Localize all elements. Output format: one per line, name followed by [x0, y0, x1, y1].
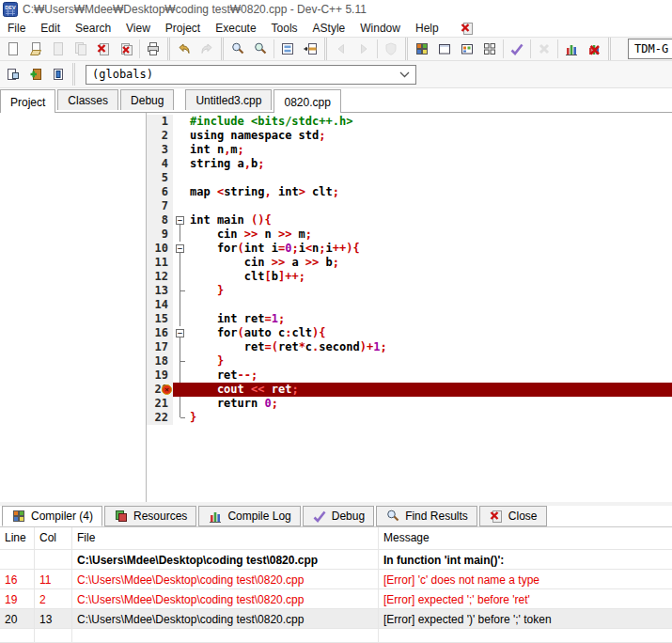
menu-item-project[interactable]: Project — [158, 20, 208, 37]
code-token: --; — [238, 369, 258, 382]
undo-button[interactable] — [173, 38, 195, 60]
goto-line-button[interactable] — [299, 38, 321, 60]
project-panel[interactable] — [0, 113, 147, 502]
code-line-2[interactable]: 2using namespace std; — [147, 129, 672, 143]
tab-project[interactable]: Project — [0, 89, 55, 113]
tab-0820-cpp[interactable]: 0820.cpp — [273, 89, 340, 113]
fold-margin[interactable]: − — [173, 213, 187, 227]
code-line-15[interactable]: 15 int ret=1; — [147, 312, 672, 326]
code-line-3[interactable]: 3int n,m; — [147, 143, 672, 157]
fold-margin[interactable]: − — [173, 242, 187, 256]
open-file-button[interactable] — [24, 38, 47, 60]
menu-extra-icon[interactable] — [460, 21, 475, 36]
code-token: clt — [190, 270, 264, 283]
code-line-13[interactable]: 13 } — [147, 284, 672, 298]
tab-classes[interactable]: Classes — [57, 89, 118, 110]
code-line-16[interactable]: 16− for(auto c:clt){ — [147, 326, 672, 340]
fold-toggle[interactable]: − — [176, 329, 184, 337]
code-line-19[interactable]: 19 ret--; — [147, 369, 672, 383]
menu-item-file[interactable]: File — [0, 20, 33, 37]
issue-row-context[interactable]: C:\Users\Mdee\Desktop\coding test\0820.c… — [0, 550, 672, 570]
new-source-button[interactable] — [2, 63, 24, 86]
issue-row-20[interactable]: 2013C:\Users\Mdee\Desktop\coding test\08… — [0, 609, 672, 629]
code-line-22[interactable]: 22} — [147, 411, 672, 425]
close-all-button[interactable] — [115, 38, 137, 60]
code-token: for — [190, 242, 238, 255]
menu-item-execute[interactable]: Execute — [208, 20, 263, 37]
code-line-6[interactable]: 6map <string, int> clt; — [147, 185, 672, 199]
code-line-18[interactable]: 18 } — [147, 354, 672, 369]
tab-debug[interactable]: Debug — [120, 89, 174, 110]
compile-button[interactable] — [411, 38, 433, 60]
code-text: clt[b]++; — [187, 270, 672, 284]
remove-file-button[interactable] — [47, 63, 70, 86]
code-token: 0 — [264, 397, 271, 410]
print-button[interactable] — [142, 38, 164, 60]
code-line-10[interactable]: 10− for(int i=0;i<n;i++){ — [147, 242, 672, 256]
code-token: >> — [278, 227, 291, 241]
code-text: map <string, int> clt; — [187, 185, 672, 199]
code-token: ; — [305, 227, 312, 241]
code-line-4[interactable]: 4string a,b; — [147, 157, 672, 171]
code-line-21[interactable]: 21 return 0; — [147, 397, 672, 411]
code-token: return — [190, 397, 264, 410]
tab-find-results[interactable]: Find Results — [376, 506, 477, 526]
code-token: int main — [190, 213, 251, 227]
specials-toolbar: (globals) — [0, 61, 672, 88]
find-icon — [230, 41, 245, 56]
code-token: cin — [190, 227, 244, 241]
code-line-14[interactable]: 14 — [147, 298, 672, 312]
compiler-select[interactable]: TDM-G — [628, 39, 672, 59]
menu-item-help[interactable]: Help — [408, 20, 446, 37]
code-line-9[interactable]: 9 cin >> n >> m; — [147, 227, 672, 242]
run-button[interactable] — [433, 38, 456, 60]
fold-toggle[interactable]: − — [176, 216, 184, 225]
code-line-12[interactable]: 12 clt[b]++; — [147, 270, 672, 284]
syntax-check-button[interactable] — [506, 38, 528, 60]
header-file: File — [72, 527, 379, 549]
delete-profiling-button[interactable] — [583, 38, 605, 60]
tab-untitled3-cpp[interactable]: Untitled3.cpp — [185, 89, 272, 110]
menu-item-window[interactable]: Window — [352, 20, 408, 37]
code-line-11[interactable]: 11 cin >> a >> b; — [147, 256, 672, 270]
tab-resources[interactable]: Resources — [104, 506, 196, 526]
open-file-icon — [28, 41, 43, 56]
menu-item-tools[interactable]: Tools — [264, 20, 305, 37]
code-line-5[interactable]: 5 — [147, 171, 672, 185]
code-line-17[interactable]: 17 ret=(ret*c.second)+1; — [147, 340, 672, 354]
menu-item-view[interactable]: View — [118, 20, 158, 37]
menu-item-edit[interactable]: Edit — [33, 20, 68, 37]
tab-compile-log[interactable]: Compile Log — [198, 506, 300, 526]
tab-label: Find Results — [405, 510, 468, 523]
find-in-files-button[interactable] — [249, 38, 272, 60]
tab-compiler-4[interactable]: Compiler (4) — [2, 506, 102, 526]
code-editor[interactable]: 1#include <bits/stdc++.h>2using namespac… — [147, 113, 672, 502]
fold-toggle[interactable]: − — [176, 244, 184, 253]
fold-margin — [173, 115, 187, 129]
tab-close[interactable]: Close — [479, 506, 547, 526]
rebuild-all-button[interactable] — [478, 38, 501, 60]
cell-col: 2 — [35, 589, 72, 608]
add-file-button[interactable] — [24, 63, 47, 86]
code-token: , — [244, 157, 251, 170]
find-button[interactable] — [227, 38, 249, 60]
code-line-20[interactable]: 20✕ cout << ret; — [147, 383, 672, 397]
replace-button[interactable] — [276, 38, 299, 60]
code-line-7[interactable]: 7 — [147, 199, 672, 213]
issue-row-19[interactable]: 192C:\Users\Mdee\Desktop\coding test\082… — [0, 589, 672, 609]
fold-margin — [173, 129, 187, 143]
compile-run-button[interactable] — [456, 38, 478, 60]
profile-button[interactable] — [560, 38, 583, 60]
code-line-8[interactable]: 8−int main (){ — [147, 213, 672, 227]
tab-debug[interactable]: Debug — [303, 506, 374, 526]
fold-margin[interactable]: − — [173, 326, 187, 340]
code-line-1[interactable]: 1#include <bits/stdc++.h> — [147, 115, 672, 129]
code-token: ; — [291, 383, 298, 396]
menu-item-astyle[interactable]: AStyle — [305, 20, 353, 37]
goto-definition-button — [380, 38, 402, 60]
globals-select[interactable]: (globals) — [86, 65, 416, 85]
close-file-button[interactable] — [92, 38, 115, 60]
issue-row-16[interactable]: 1611C:\Users\Mdee\Desktop\coding test\08… — [0, 570, 672, 589]
new-file-button[interactable] — [2, 38, 24, 60]
menu-item-search[interactable]: Search — [68, 20, 118, 37]
